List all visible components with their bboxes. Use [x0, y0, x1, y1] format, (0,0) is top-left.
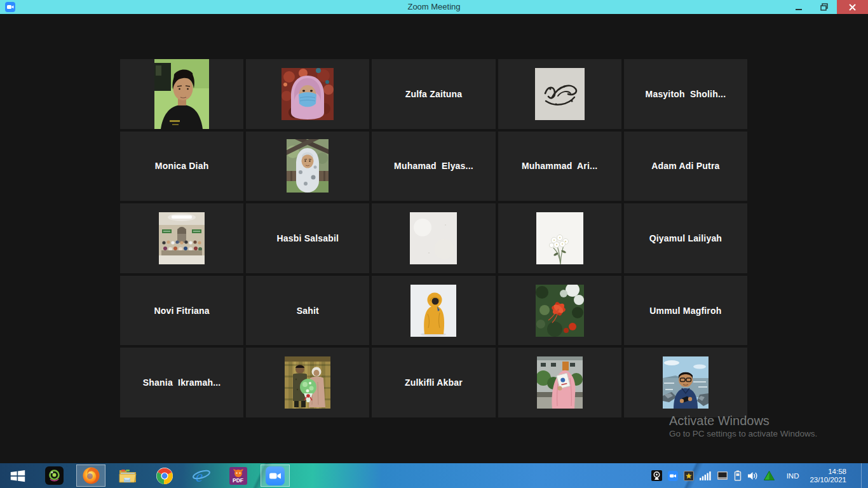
participant-name: Sahit: [297, 306, 319, 316]
participant-tile-name[interactable]: Muhamad Elyas...: [372, 132, 495, 201]
show-desktop-button[interactable]: [861, 463, 864, 488]
participant-tile-name[interactable]: Qiyamul Lailiyah: [624, 203, 747, 273]
meeting-gallery: Zulfa Zaituna Masyitoh Sholih...: [0, 14, 868, 463]
participant-name: Adam Adi Putra: [651, 161, 719, 171]
tray-volume-icon[interactable]: [747, 471, 758, 481]
participant-tile-name[interactable]: Zulfa Zaituna: [372, 59, 495, 129]
window-title: Zoom Meeting: [0, 0, 868, 14]
watermark-subtitle: Go to PC settings to activate Windows.: [669, 428, 817, 440]
participant-tile-avatar[interactable]: [498, 348, 621, 417]
participant-tile-name[interactable]: Muhammad Ari...: [498, 132, 621, 201]
avatar-girl-pink-hijab-blue-mask: [281, 68, 334, 120]
clock-time: 14:58: [810, 468, 846, 476]
avatar-man-navy-polo-beach: [663, 356, 709, 409]
taskbar-app-camera[interactable]: [39, 464, 69, 487]
tray-battery-icon[interactable]: [734, 470, 742, 481]
language-indicator[interactable]: IND: [787, 472, 799, 480]
participant-name: Monica Diah: [155, 161, 209, 171]
windows-taskbar: e PDF: [0, 463, 868, 488]
participant-name: Zulkifli Akbar: [405, 377, 463, 388]
avatar-person-yellow-hoodie: [410, 285, 456, 337]
participant-name: Muhammad Ari...: [522, 161, 597, 171]
tray-webcam-icon[interactable]: [651, 470, 662, 481]
avatar-girl-white-hijab-outdoor: [287, 139, 329, 193]
participant-name: Hasbi Salsabil: [276, 233, 339, 243]
participant-tile-avatar[interactable]: [246, 348, 369, 417]
participant-tile-name[interactable]: Sahit: [246, 276, 369, 346]
participant-name: Muhamad Elyas...: [394, 161, 473, 171]
taskbar-app-zoom[interactable]: [261, 464, 290, 487]
participant-name: Masyitoh Sholih...: [646, 89, 726, 99]
participant-tile-name[interactable]: Ummul Magfiroh: [624, 276, 747, 346]
participant-name: Novi Fitriana: [154, 306, 209, 316]
participant-name: Zulfa Zaituna: [405, 89, 463, 99]
taskbar-app-chrome[interactable]: [150, 464, 179, 487]
avatar-group-photo-indoor: [159, 212, 205, 264]
taskbar-clock[interactable]: 14:58 23/10/2021: [810, 468, 846, 484]
participant-grid: Zulfa Zaituna Masyitoh Sholih...: [120, 59, 747, 417]
participant-tile-name[interactable]: Hasbi Salsabil: [246, 203, 369, 273]
windows-logo-icon: [9, 467, 27, 485]
tray-star-app-icon[interactable]: [684, 471, 694, 481]
avatar-arabic-calligraphy: [535, 68, 585, 120]
participant-tile-name[interactable]: Masyitoh Sholih...: [624, 59, 747, 129]
participant-tile-name[interactable]: Shania Ikramah...: [120, 348, 243, 417]
close-button[interactable]: [837, 0, 868, 14]
participant-tile-name[interactable]: Monica Diah: [120, 132, 243, 201]
participant-tile-avatar[interactable]: [120, 203, 243, 273]
window-titlebar: Zoom Meeting: [0, 0, 868, 14]
participant-tile-avatar[interactable]: [246, 132, 369, 201]
internet-explorer-icon: e: [192, 466, 211, 485]
avatar-white-flowers: [536, 212, 583, 264]
tray-zoom-icon[interactable]: [668, 471, 678, 481]
participant-name: Qiyamul Lailiyah: [649, 233, 722, 243]
tray-smadav-antivirus-icon[interactable]: [764, 471, 775, 480]
firefox-icon: [82, 466, 100, 485]
taskbar-app-firefox[interactable]: [76, 464, 105, 487]
avatar-red-flower: [536, 285, 584, 337]
foxit-pdf-icon: PDF: [229, 467, 247, 485]
avatar-couple-green-bouquet: [285, 356, 330, 409]
clock-date: 23/10/2021: [810, 476, 846, 484]
restore-button[interactable]: [811, 0, 837, 14]
svg-text:e: e: [196, 467, 203, 485]
video-man-in-green-room: [154, 59, 209, 129]
minimize-button[interactable]: [786, 0, 811, 14]
minimize-icon: [796, 4, 803, 11]
participant-tile-name[interactable]: Adam Adi Putra: [624, 132, 747, 201]
participant-tile-name[interactable]: Novi Fitriana: [120, 276, 243, 346]
taskbar-app-file-explorer[interactable]: [113, 464, 142, 487]
taskbar-app-foxit-pdf[interactable]: PDF: [224, 464, 253, 487]
participant-tile-avatar[interactable]: [498, 276, 621, 346]
screen: Zoom Meeting: [0, 0, 868, 488]
participant-name: Ummul Magfiroh: [649, 306, 721, 316]
participant-tile-avatar[interactable]: [498, 203, 621, 273]
restore-icon: [820, 3, 828, 11]
chrome-icon: [156, 467, 173, 485]
participant-tile-video[interactable]: [120, 59, 243, 129]
participant-name: Shania Ikramah...: [143, 377, 221, 388]
file-explorer-icon: [118, 467, 137, 484]
participant-tile-avatar[interactable]: [498, 59, 621, 129]
participant-tile-avatar[interactable]: [372, 203, 495, 273]
participant-tile-avatar[interactable]: [624, 348, 747, 417]
zoom-icon: [266, 466, 285, 485]
tray-network-signal-icon[interactable]: [700, 471, 711, 480]
tray-display-icon[interactable]: [717, 471, 728, 481]
camera-app-icon: [45, 466, 64, 485]
system-tray: IND 14:58 23/10/2021: [651, 463, 868, 488]
svg-text:PDF: PDF: [233, 477, 243, 484]
taskbar-app-internet-explorer[interactable]: e: [187, 464, 216, 487]
avatar-plain-white-wall: [410, 212, 457, 264]
participant-tile-avatar[interactable]: [246, 59, 369, 129]
close-icon: [849, 4, 856, 11]
start-button[interactable]: [0, 463, 36, 488]
participant-tile-avatar[interactable]: [372, 276, 495, 346]
participant-tile-name[interactable]: Zulkifli Akbar: [372, 348, 495, 417]
avatar-woman-pink-hijab-book: [537, 356, 583, 409]
